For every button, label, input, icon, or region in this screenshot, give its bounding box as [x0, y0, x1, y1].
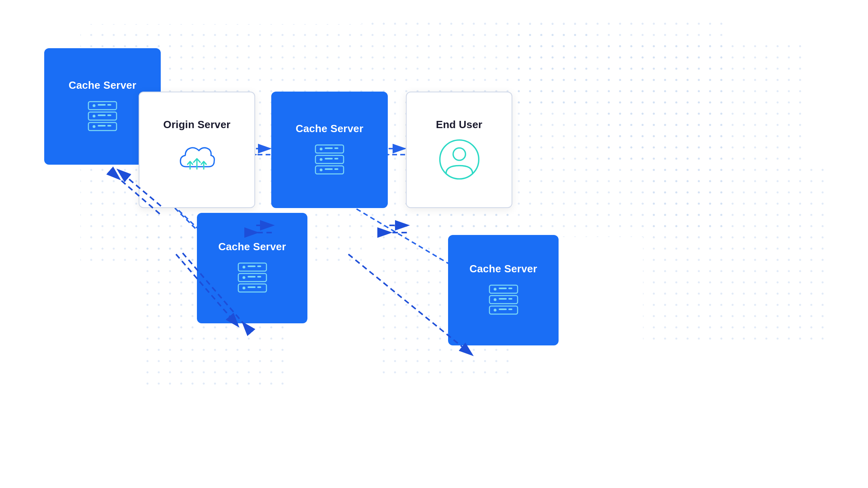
svg-rect-55 — [499, 288, 507, 289]
end-user-label: End User — [436, 118, 483, 131]
svg-rect-18 — [98, 114, 106, 116]
cache-server-center: Cache Server — [271, 92, 388, 208]
svg-point-28 — [320, 147, 323, 150]
svg-point-13 — [93, 104, 96, 107]
svg-rect-23 — [107, 125, 111, 127]
svg-point-42 — [242, 266, 245, 269]
svg-rect-48 — [257, 276, 261, 278]
origin-server-label: Origin Server — [163, 118, 230, 131]
svg-point-32 — [320, 158, 323, 161]
diagram-canvas: Cache Center (horizontal double arrow) -… — [0, 0, 868, 488]
svg-rect-7 — [603, 40, 804, 161]
server-icon-bottom-right — [485, 282, 522, 318]
cache-server-top-left-label: Cache Server — [69, 79, 137, 92]
server-icon-bottom-left — [234, 259, 270, 296]
cloud-icon — [175, 137, 219, 182]
svg-point-17 — [93, 114, 96, 117]
svg-rect-5 — [643, 161, 824, 341]
svg-rect-64 — [508, 308, 512, 310]
svg-rect-34 — [334, 158, 338, 159]
cache-server-bottom-left: Cache Server — [197, 213, 307, 323]
svg-rect-43 — [248, 265, 256, 267]
svg-rect-15 — [107, 104, 111, 106]
server-icon-top-left — [84, 98, 121, 134]
svg-rect-14 — [98, 104, 106, 106]
svg-rect-30 — [334, 147, 338, 149]
svg-rect-22 — [98, 125, 106, 127]
svg-point-62 — [493, 309, 496, 312]
user-icon — [437, 137, 481, 182]
origin-server: Origin Server — [139, 92, 255, 208]
svg-point-36 — [320, 168, 323, 171]
cache-server-bottom-right-label: Cache Server — [469, 263, 537, 275]
svg-rect-56 — [508, 288, 512, 289]
svg-rect-63 — [499, 308, 507, 310]
svg-point-40 — [453, 148, 465, 160]
server-icon-center — [311, 141, 348, 178]
svg-point-50 — [242, 287, 245, 290]
end-user: End User — [406, 92, 512, 208]
svg-point-54 — [493, 288, 496, 291]
svg-point-46 — [242, 276, 245, 279]
cache-server-bottom-left-label: Cache Server — [218, 241, 286, 253]
svg-rect-47 — [248, 276, 256, 278]
svg-rect-44 — [257, 265, 261, 267]
svg-rect-59 — [499, 298, 507, 300]
svg-rect-29 — [325, 147, 333, 149]
svg-rect-33 — [325, 158, 333, 159]
svg-rect-37 — [325, 168, 333, 170]
svg-point-21 — [93, 125, 96, 128]
svg-rect-60 — [508, 298, 512, 300]
svg-point-58 — [493, 298, 496, 301]
svg-rect-19 — [107, 114, 111, 116]
svg-rect-51 — [248, 286, 256, 288]
cache-server-bottom-right: Cache Server — [448, 235, 559, 345]
cache-server-center-label: Cache Server — [296, 123, 364, 135]
svg-rect-52 — [257, 286, 261, 288]
svg-rect-38 — [334, 168, 338, 170]
svg-rect-6 — [514, 24, 595, 104]
